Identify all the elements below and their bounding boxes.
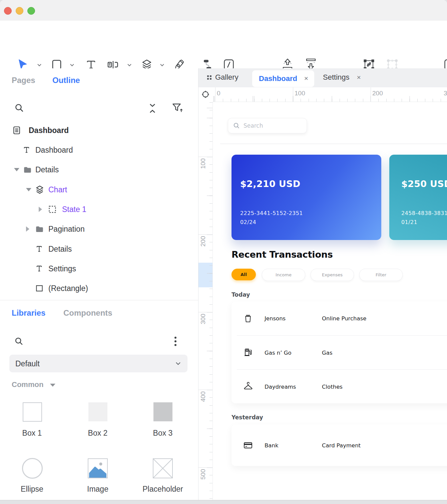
tree-row-pagination[interactable]: Pagination xyxy=(0,219,198,239)
titlebar xyxy=(0,0,447,21)
image-icon xyxy=(88,459,107,478)
collapse-icon xyxy=(147,103,158,114)
close-tab-icon[interactable]: × xyxy=(304,74,308,82)
chevron-right-icon[interactable] xyxy=(39,207,42,212)
ruler-corner[interactable] xyxy=(198,87,213,102)
layers-tool-dropdown[interactable] xyxy=(159,63,165,67)
pill-label: Income xyxy=(276,272,292,277)
tab-settings[interactable]: Settings × xyxy=(323,73,361,82)
transactions-card-yesterday[interactable]: Bank Card Payment xyxy=(232,424,447,466)
card-number: 2225-3441-5152-2351 xyxy=(240,210,303,216)
tree-row-dashboard-page[interactable]: Dashboard xyxy=(0,120,198,140)
tab-label: Dashboard xyxy=(259,74,297,83)
minimize-window-button[interactable] xyxy=(16,7,23,15)
library-item-label: Box 3 xyxy=(129,429,196,438)
group-title-yesterday: Yesterday xyxy=(232,414,263,421)
toolbar xyxy=(0,21,447,68)
transaction-row[interactable]: Daydreams Clothes xyxy=(232,370,447,403)
input-tool-dropdown[interactable] xyxy=(127,63,132,67)
tree-row-dashboard-text[interactable]: Dashboard xyxy=(0,140,198,160)
library-item-placeholder[interactable] xyxy=(153,458,173,478)
card-amount: $2,210 USD xyxy=(240,179,300,189)
tab-outline[interactable]: Outline xyxy=(52,76,80,85)
library-item-image[interactable] xyxy=(88,458,108,478)
filter-funnel-icon xyxy=(171,102,183,115)
tree-row-settings-text[interactable]: Settings xyxy=(0,259,198,278)
chevron-right-icon[interactable] xyxy=(26,226,29,232)
library-group-header[interactable]: Common xyxy=(12,380,55,389)
chevron-down-icon[interactable] xyxy=(26,188,31,191)
tab-dashboard[interactable]: Dashboard × xyxy=(252,70,314,87)
component-icon xyxy=(35,185,45,195)
outline-search-button[interactable] xyxy=(14,103,25,113)
library-item-ellipse[interactable] xyxy=(22,458,43,479)
library-group-label: Common xyxy=(12,380,43,389)
hanger-icon xyxy=(243,381,254,392)
tab-libraries[interactable]: Libraries xyxy=(12,308,45,318)
ruler-label: 500 xyxy=(199,469,207,480)
search-icon xyxy=(14,103,25,113)
filter-pill-filter[interactable]: Filter xyxy=(359,269,403,281)
group-title-today: Today xyxy=(232,291,250,298)
filter-layers-button[interactable] xyxy=(171,102,183,115)
credit-card-teal[interactable]: $250 USD 2458-4838-3831- 01/21 xyxy=(389,155,447,240)
transaction-row[interactable]: Jensons Online Purchase xyxy=(232,301,447,335)
ruler-ticks xyxy=(207,102,212,500)
select-tool-dropdown[interactable] xyxy=(37,63,42,67)
tree-row-state-1[interactable]: State 1 xyxy=(0,199,198,219)
collapse-all-button[interactable] xyxy=(147,103,158,114)
library-item-label: Image xyxy=(64,485,131,494)
ruler-ticks xyxy=(212,96,447,102)
filter-pill-all[interactable]: All xyxy=(232,269,256,280)
design-search-field[interactable]: Search xyxy=(228,118,307,133)
tab-label: Settings xyxy=(323,73,350,82)
close-window-button[interactable] xyxy=(4,7,12,15)
library-search-button[interactable] xyxy=(14,336,24,346)
shape-tool-dropdown[interactable] xyxy=(69,63,75,67)
library-select[interactable]: Default xyxy=(9,355,187,372)
horizontal-ruler: 0 100 200 3 xyxy=(212,87,447,102)
left-panel: Pages Outline Dashboard Dashboard Detail… xyxy=(0,68,198,500)
tree-row-details-folder[interactable]: Details xyxy=(0,160,198,179)
transaction-category: Clothes xyxy=(322,383,343,390)
tree-label: Dashboard xyxy=(35,145,73,154)
library-menu-button[interactable] xyxy=(173,336,177,348)
chevron-down-icon[interactable] xyxy=(14,168,19,171)
library-item-box1[interactable] xyxy=(23,402,42,422)
app-window: Pages Outline Dashboard Dashboard Detail… xyxy=(0,0,447,500)
tab-components[interactable]: Components xyxy=(63,308,112,318)
tree-label: (Rectangle) xyxy=(48,284,88,293)
credit-card-blue[interactable]: $2,210 USD 2225-3441-5152-2351 02/24 xyxy=(232,155,381,240)
tree-label: State 1 xyxy=(62,205,86,214)
folder-icon xyxy=(35,224,44,234)
close-tab-icon[interactable]: × xyxy=(357,73,361,81)
card-expiry: 01/21 xyxy=(401,219,417,225)
card-amount: $250 USD xyxy=(401,179,447,189)
gas-pump-icon xyxy=(243,347,254,359)
ruler-major-tick xyxy=(371,87,371,102)
ruler-label: 100 xyxy=(199,158,207,169)
sidebar-section-divider xyxy=(0,300,198,300)
tree-row-chart-component[interactable]: Chart xyxy=(0,180,198,199)
transactions-card-today[interactable]: Jensons Online Purchase Gas n’ Go Gas Da… xyxy=(232,301,447,403)
card-expiry: 02/24 xyxy=(240,219,256,225)
transaction-row[interactable]: Bank Card Payment xyxy=(232,424,447,466)
filter-pill-expenses[interactable]: Expenses xyxy=(311,269,354,281)
triangle-down-icon xyxy=(50,384,55,387)
tab-gallery[interactable]: Gallery xyxy=(207,73,239,82)
ruler-label: 200 xyxy=(372,90,383,97)
library-item-box3[interactable] xyxy=(153,402,172,421)
search-icon xyxy=(14,336,24,346)
shopping-bag-icon xyxy=(243,312,254,325)
transaction-row[interactable]: Gas n’ Go Gas xyxy=(232,336,447,369)
library-item-label: Ellipse xyxy=(0,485,65,494)
tab-pages[interactable]: Pages xyxy=(12,76,35,85)
ruler-label: 100 xyxy=(295,90,305,97)
text-layer-icon xyxy=(35,244,44,253)
library-item-box2[interactable] xyxy=(88,402,107,421)
filter-pill-income[interactable]: Income xyxy=(262,269,305,281)
tree-row-details-text[interactable]: Details xyxy=(0,239,198,259)
maximize-window-button[interactable] xyxy=(27,7,35,15)
search-placeholder: Search xyxy=(244,122,263,129)
tree-row-rectangle[interactable]: (Rectangle) xyxy=(0,278,198,298)
